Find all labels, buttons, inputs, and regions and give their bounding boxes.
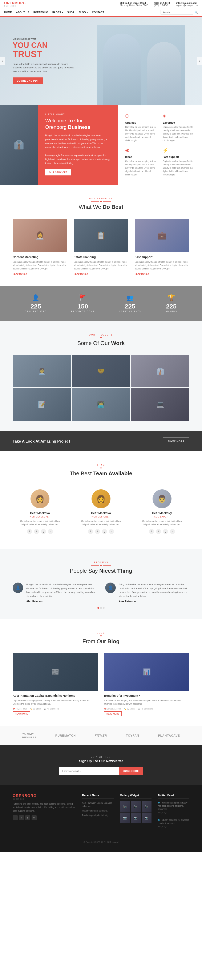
footer: ORENBORG BUSINESS Publishing and print i…	[0, 785, 202, 852]
team-social-fb-3[interactable]: f	[149, 529, 154, 534]
client-plantacave: PlantaCave	[158, 734, 180, 737]
footer-social-li[interactable]: in	[32, 815, 37, 820]
about-left-panel: LITTLE ABOUT Welcome To Our Orenborg Bus…	[38, 105, 118, 185]
newsletter-subscribe-button[interactable]: SUBSCRIBE	[119, 767, 143, 775]
gallery-thumb-6[interactable]: 📷	[142, 813, 152, 823]
dot-3[interactable]	[103, 607, 104, 609]
blog-img-2: 📊	[104, 653, 189, 691]
blog-img-1: 📰	[13, 653, 98, 691]
services-section: OUR SERVICES What We Do Best 👩‍💼 Content…	[0, 185, 202, 286]
service-desc-3: Capitalise on low hanging fruit to ident…	[135, 261, 189, 270]
hero-title-normal: YOU CAN	[13, 41, 48, 49]
team-social-fb-2[interactable]: f	[88, 529, 93, 534]
nav-portfolio[interactable]: Portfolio	[34, 11, 48, 14]
dot-2[interactable]	[100, 607, 102, 609]
hero-image	[97, 25, 185, 105]
about-features: ⬡ Strategy Capitalise on low hanging fru…	[118, 105, 202, 185]
nav-about[interactable]: About Us	[16, 11, 29, 14]
team-social-gp-2[interactable]: g	[102, 529, 107, 534]
blog-title-2: Benefits of a Investment?	[104, 694, 189, 697]
team-member-1: 👩 Petit Meckova Web Developer Capitalise…	[13, 485, 67, 538]
blog-author-1: ✏️ By admin	[30, 708, 41, 710]
testimonials-grid: 👤 Bring to the table win-win survival st…	[13, 582, 189, 603]
testimonial-name-2: Alex Paterson	[119, 600, 189, 603]
nav-blog[interactable]: Blog ▾	[79, 11, 88, 14]
blog-divider	[13, 635, 189, 636]
about-side-image: 👔	[0, 105, 38, 185]
team-social-tw-2[interactable]: t	[95, 529, 100, 534]
work-grid: 👩‍💼 🤝 👔 📝 👩‍💻 💻	[13, 355, 189, 421]
team-social-fb-1[interactable]: f	[27, 529, 32, 534]
testimonial-content-1: Bring to the table win-win survival stra…	[26, 582, 97, 603]
dot-1[interactable]	[98, 607, 99, 609]
team-social-tw-3[interactable]: t	[156, 529, 161, 534]
gallery-thumb-4[interactable]: 📷	[120, 813, 130, 823]
team-label: TEAM	[13, 464, 189, 466]
blog-readmore-1[interactable]: READ MORE	[13, 711, 30, 716]
nav-contact[interactable]: Contact	[92, 11, 104, 14]
testimonial-text-2: Bring to the table win-win survival stra…	[119, 582, 189, 598]
tweet-text-2: Industry solutions for standard needs. #…	[158, 819, 189, 824]
service-img-1: 👩‍💼	[13, 219, 67, 252]
stat-deals-label: DEAL REALIZED	[25, 310, 46, 313]
team-social-gp-1[interactable]: g	[41, 529, 46, 534]
hero-next-button[interactable]: ›	[197, 57, 202, 65]
about-desc2: Leverage agile frameworks to provide a r…	[45, 153, 111, 165]
team-social-li-3[interactable]: in	[170, 529, 175, 534]
footer-news-link-2[interactable]: Industry standard solutions.	[82, 810, 108, 812]
service-readmore-3[interactable]: Read More >	[135, 273, 149, 275]
footer-social-tw[interactable]: t	[19, 815, 24, 820]
blog-comments-1: 💬 No Comments	[44, 708, 59, 710]
hero-download-button[interactable]: DOWNLOAD PDF	[13, 78, 43, 84]
hero-prev-button[interactable]: ‹	[0, 57, 5, 65]
service-readmore-1[interactable]: Read More >	[13, 273, 27, 275]
newsletter-form: SUBSCRIBE	[59, 767, 143, 775]
strategy-icon: ⬡	[125, 113, 157, 119]
team-avatar-3: 👨	[152, 489, 172, 508]
footer-news-link-1[interactable]: Asia Plantation Capital Expands solution…	[82, 802, 112, 807]
gallery-thumb-5[interactable]: 📷	[131, 813, 141, 823]
work-item-1[interactable]: 👩‍💼	[13, 355, 71, 387]
work-item-3[interactable]: 👔	[131, 355, 189, 387]
nav-home[interactable]: Home	[4, 11, 12, 14]
blog-readmore-2[interactable]: READ MORE	[104, 711, 122, 716]
section-divider	[13, 201, 189, 202]
gallery-thumb-3[interactable]: 📷	[142, 801, 152, 812]
search-icon[interactable]: 🔍	[194, 11, 198, 14]
newsletter-email-input[interactable]	[59, 767, 119, 775]
about-desc1: Bring to the table win-win survival stra…	[45, 134, 111, 149]
topbar: ORENBORG BUSINESS 984 Collins Street Roa…	[0, 0, 202, 8]
team-socials-1: f t g in	[17, 529, 63, 534]
feature-ideas-desc: Capitalise on low hanging fruit to ident…	[125, 160, 157, 177]
footer-news-link-3[interactable]: Publishing and print industry.	[82, 814, 109, 816]
footer-copyright: © Copyright 2020, All Right Reserved	[13, 838, 189, 843]
service-readmore-2[interactable]: Read More >	[74, 273, 88, 275]
footer-social-gp[interactable]: g	[25, 815, 30, 820]
footer-brand-sub: BUSINESS	[13, 798, 76, 800]
footer-grid: ORENBORG BUSINESS Publishing and print i…	[13, 794, 189, 832]
footer-news-list: Asia Plantation Capital Expands solution…	[82, 801, 114, 817]
work-item-2[interactable]: 🤝	[72, 355, 130, 387]
team-social-gp-3[interactable]: g	[163, 529, 168, 534]
cta-button[interactable]: SHOW MORE	[163, 438, 189, 445]
work-item-6[interactable]: 💻	[131, 388, 189, 421]
footer-news-item-3: Publishing and print industry.	[82, 814, 114, 817]
team-social-li-2[interactable]: in	[109, 529, 114, 534]
nav-pages[interactable]: Pages ▾	[52, 11, 63, 14]
topbar-address: 984 Collins Street Road Monroey, United …	[120, 2, 148, 6]
projects-icon: 🚩	[71, 294, 95, 301]
footer-gallery-col: Gallery Widget 📷 📷 📷 📷 📷 📷	[120, 794, 152, 832]
work-item-5[interactable]: 👩‍💻	[72, 388, 130, 421]
our-services-button[interactable]: OUR SERVICES	[45, 169, 71, 175]
blog-post-1: 📰 Asia Plantation Capital Expands its Ho…	[13, 653, 98, 715]
phone-value: (368) 212-4849	[154, 4, 170, 6]
work-item-4[interactable]: 📝	[13, 388, 71, 421]
gallery-thumb-2[interactable]: 📷	[131, 801, 141, 812]
gallery-thumb-1[interactable]: 📷	[120, 801, 130, 812]
team-social-tw-1[interactable]: t	[34, 529, 39, 534]
footer-social-fb[interactable]: f	[13, 815, 18, 820]
nav-shop[interactable]: Shop	[67, 11, 74, 14]
search-input[interactable]	[160, 10, 193, 15]
ideas-icon: ◉	[125, 148, 157, 153]
team-social-li-1[interactable]: in	[48, 529, 53, 534]
